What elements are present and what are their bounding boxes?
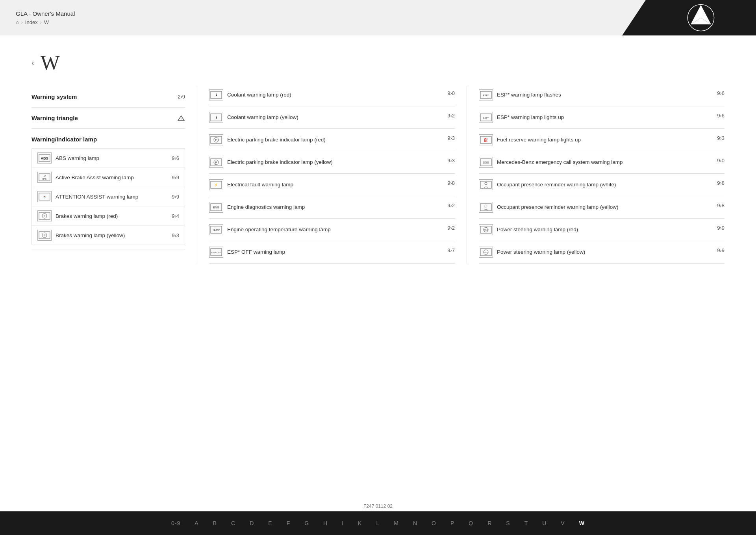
list-item[interactable]: TEMP Engine operating temperature warnin… — [209, 219, 455, 241]
svg-text:▲!: ▲! — [43, 175, 46, 177]
footer-letter-l[interactable]: L — [369, 520, 387, 526]
triangle-icon: ! — [177, 115, 185, 121]
left-column: Warning system 2›9 Warning triangle ! Wa… — [32, 86, 197, 264]
attention-assist-icon: ☕ — [37, 191, 52, 202]
footer-letter-n[interactable]: N — [406, 520, 424, 526]
coolant-yellow-icon: 🌡 — [209, 112, 223, 123]
footer-letter-d[interactable]: D — [243, 520, 261, 526]
coolant-red-label: Coolant warning lamp (red) — [227, 91, 443, 98]
list-item[interactable]: P Electric parking brake indicator lamp … — [209, 129, 455, 151]
coolant-yellow-label: Coolant warning lamp (yellow) — [227, 114, 443, 121]
emergency-call-ref: 9›0 — [717, 158, 724, 163]
list-item[interactable]: SOS Mercedes-Benz emergency call system … — [479, 151, 724, 174]
footer-letter-r[interactable]: R — [480, 520, 499, 526]
footer-letter-u[interactable]: U — [535, 520, 554, 526]
list-item[interactable]: ☕ ATTENTION ASSIST warning lamp 9›9 — [32, 187, 185, 206]
list-item[interactable]: 🌡 Coolant warning lamp (red) 9›0 — [209, 86, 455, 106]
list-item[interactable]: ESP OFF ESP* OFF warning lamp 9›7 — [209, 241, 455, 264]
warning-system-item[interactable]: Warning system 2›9 — [32, 86, 185, 108]
warning-triangle-ref: ! — [177, 115, 185, 121]
list-item[interactable]: PSS Power steering warning lamp (yellow)… — [479, 241, 724, 264]
parking-brake-yellow-label: Electric parking brake indicator lamp (y… — [227, 159, 443, 166]
home-icon[interactable]: ⌂ — [16, 19, 19, 25]
parking-brake-red-label: Electric parking brake indicator lamp (r… — [227, 136, 443, 143]
svg-text:🌡: 🌡 — [215, 115, 218, 119]
manual-title: GLA - Owner's Manual — [16, 10, 606, 17]
footer-letter-w[interactable]: W — [572, 520, 592, 526]
coolant-red-ref: 9›0 — [447, 90, 455, 96]
breadcrumb-sep-2: › — [40, 20, 42, 25]
esp-flash-label: ESP* warning lamp flashes — [497, 91, 713, 98]
fuel-reserve-ref: 9›3 — [717, 135, 724, 141]
svg-text:PSS: PSS — [484, 251, 488, 254]
brakes-yellow-icon: ! — [37, 230, 52, 241]
right-column: ESP* ESP* warning lamp flashes 9›6 ESP* … — [467, 86, 724, 264]
power-steering-red-icon: PSS — [479, 224, 493, 235]
brakes-red-icon: ! — [37, 210, 52, 221]
footer-letter-a[interactable]: A — [187, 520, 206, 526]
svg-text:PSS: PSS — [484, 229, 488, 231]
esp-flash-ref: 9›6 — [717, 90, 724, 96]
breadcrumb-sep-1: › — [21, 20, 23, 25]
footer-letter-e[interactable]: E — [261, 520, 279, 526]
list-item[interactable]: ! Brakes warning lamp (yellow) 9›3 — [32, 226, 185, 245]
list-item[interactable]: PSS Power steering warning lamp (red) 9›… — [479, 219, 724, 241]
list-item[interactable]: Occupant presence reminder warning lamp … — [479, 174, 724, 196]
list-item[interactable]: ENG Engine diagnostics warning lamp 9›2 — [209, 196, 455, 219]
svg-text:ENG: ENG — [213, 206, 219, 209]
middle-column: 🌡 Coolant warning lamp (red) 9›0 🌡 Coola… — [197, 86, 467, 264]
mercedes-logo — [687, 4, 715, 32]
footer-letter-g[interactable]: G — [297, 520, 316, 526]
list-item[interactable]: 🌡 Coolant warning lamp (yellow) 9›2 — [209, 106, 455, 129]
esp-lights-ref: 9›6 — [717, 113, 724, 119]
esp-off-icon: ESP OFF — [209, 247, 223, 258]
list-item[interactable]: ⛽ Fuel reserve warning lamp lights up 9›… — [479, 129, 724, 151]
footer-letter-t[interactable]: T — [517, 520, 536, 526]
header-left: GLA - Owner's Manual ⌂ › Index › W — [0, 0, 622, 35]
elec-fault-label: Electrical fault warning lamp — [227, 181, 443, 188]
list-item[interactable]: ESP* ESP* warning lamp lights up 9›6 — [479, 106, 724, 129]
svg-text:!: ! — [44, 234, 45, 237]
footer-letter-s[interactable]: S — [499, 520, 517, 526]
footer-letter-c[interactable]: C — [224, 520, 243, 526]
footer-letter-i[interactable]: I — [335, 520, 351, 526]
elec-fault-icon: ⚡ — [209, 179, 223, 190]
footer-letter-v[interactable]: V — [554, 520, 572, 526]
svg-text:SOS: SOS — [483, 161, 489, 164]
footer-letter-q[interactable]: Q — [461, 520, 480, 526]
footer-letter-f[interactable]: F — [280, 520, 298, 526]
list-item[interactable]: Occupant presence reminder warning lamp … — [479, 196, 724, 219]
warning-triangle-item[interactable]: Warning triangle ! — [32, 108, 185, 129]
footer-nav: 0-9 A B C D E F G H I K L M N O P Q R S … — [0, 511, 756, 535]
engine-temp-ref: 9›2 — [447, 225, 455, 231]
columns-wrapper: Warning system 2›9 Warning triangle ! Wa… — [32, 86, 724, 264]
footer-letter-m[interactable]: M — [387, 520, 406, 526]
breadcrumb-index[interactable]: Index — [25, 19, 38, 25]
list-item[interactable]: ABS ABS warning lamp 9›6 — [32, 149, 185, 168]
emergency-call-icon: SOS — [479, 157, 493, 168]
back-arrow-icon[interactable]: ‹ — [32, 58, 34, 67]
list-item[interactable]: P Electric parking brake indicator lamp … — [209, 151, 455, 174]
emergency-call-label: Mercedes-Benz emergency call system warn… — [497, 159, 713, 166]
list-item[interactable]: ▲! BAS Active Brake Assist warning lamp … — [32, 168, 185, 187]
footer-letter-b[interactable]: B — [206, 520, 224, 526]
power-steering-red-label: Power steering warning lamp (red) — [497, 226, 713, 233]
footer-letter-k[interactable]: K — [351, 520, 369, 526]
list-item[interactable]: ESP* ESP* warning lamp flashes 9›6 — [479, 86, 724, 106]
svg-text:🌡: 🌡 — [215, 93, 218, 97]
parking-brake-yellow-icon: P — [209, 157, 223, 168]
brakes-yellow-label: Brakes warning lamp (yellow) — [56, 232, 168, 238]
footer-letter-09[interactable]: 0-9 — [164, 520, 187, 526]
esp-off-ref: 9›7 — [447, 247, 455, 253]
list-item[interactable]: ⚡ Electrical fault warning lamp 9›8 — [209, 174, 455, 196]
occupant-white-ref: 9›8 — [717, 180, 724, 186]
page-letter: W — [41, 51, 60, 74]
header: GLA - Owner's Manual ⌂ › Index › W — [0, 0, 756, 35]
svg-text:TEMP: TEMP — [212, 228, 220, 231]
occupant-white-icon — [479, 179, 493, 190]
list-item[interactable]: ! Brakes warning lamp (red) 9›4 — [32, 206, 185, 226]
footer-letter-o[interactable]: O — [424, 520, 443, 526]
power-steering-yellow-ref: 9›9 — [717, 247, 724, 253]
footer-letter-h[interactable]: H — [316, 520, 335, 526]
footer-letter-p[interactable]: P — [443, 520, 461, 526]
